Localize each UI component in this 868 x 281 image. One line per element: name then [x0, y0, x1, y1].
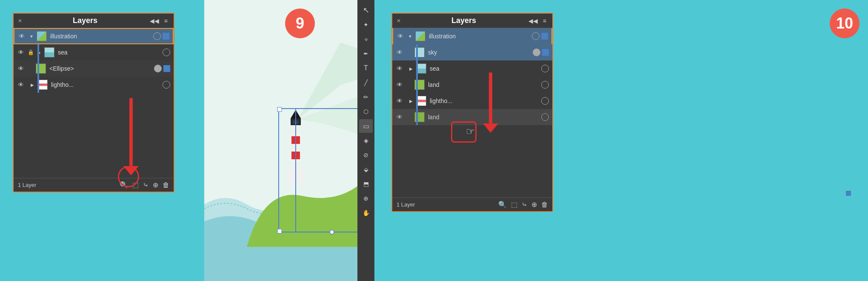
eye-icon-r-sea[interactable]: 👁 [396, 65, 403, 72]
toolbar-hand[interactable]: ✋ [359, 206, 373, 220]
layer-count-right: 1 Layer [397, 201, 415, 208]
arrow-lighthouse[interactable]: ▶ [29, 81, 36, 88]
arrow-r-illustration[interactable]: ▼ [407, 33, 414, 40]
bottom-icons-right: 🔍 ⬚ ⤷ ⊕ 🗑 [498, 201, 548, 209]
target-illustration[interactable] [153, 32, 161, 40]
target-ellipse[interactable] [154, 65, 162, 72]
layer-row-ellipse[interactable]: 👁 <Ellipse> [14, 60, 174, 77]
thumb-sea [44, 47, 54, 57]
thumb-r-illustration [415, 31, 425, 41]
color-box-r-illustration [541, 33, 548, 40]
drag-cursor-right: ☞ [466, 126, 475, 138]
target-r-illustration[interactable] [532, 32, 540, 40]
add-icon-left[interactable]: ⊕ [153, 181, 158, 189]
panel-title-left: Layers [73, 16, 97, 25]
toolbar-text[interactable]: T [359, 61, 373, 75]
target-sea[interactable] [163, 49, 170, 56]
layer-row-lighthouse[interactable]: 👁 ▶ lightho... [14, 77, 174, 93]
target-r-sky[interactable] [533, 49, 540, 56]
step-9-badge: 9 [285, 9, 315, 38]
move-icon-left[interactable]: ⤷ [143, 181, 148, 189]
illustration-svg-left [204, 0, 366, 281]
color-box-ellipse [163, 65, 170, 72]
arrow-illustration[interactable]: ▼ [28, 33, 35, 40]
thumb-illustration [37, 31, 47, 41]
toolbar-pencil[interactable]: ✏ [359, 90, 373, 104]
blue-dot-right [846, 191, 851, 196]
toolbar-brush[interactable]: ⬡ [359, 105, 373, 118]
toolbar-star[interactable]: ✦ [359, 18, 373, 32]
panel-title-bar-right: ✕ Layers ◀◀ ≡ [392, 14, 552, 28]
left-section: 9 ✕ Layers ◀◀ ≡ 👁 ▼ illustration 👁 🔒 [0, 0, 366, 281]
toolbar-eyedrop[interactable]: ⬒ [359, 177, 373, 191]
layer-name-r-illustration: illustration [429, 33, 530, 40]
eye-icon-ellipse[interactable]: 👁 [17, 65, 25, 72]
layer-row-r-land[interactable]: 👁 land [392, 77, 552, 93]
eye-icon-lighthouse[interactable]: 👁 [17, 81, 25, 89]
toolbar-scale[interactable]: ⊘ [359, 148, 373, 162]
color-box-r-sky [542, 49, 549, 56]
layer-row-r-sea[interactable]: 👁 ▶ sea [392, 60, 552, 77]
eye-icon-illustration[interactable]: 👁 [18, 32, 26, 40]
toolbar-warp[interactable]: ⬙ [359, 163, 373, 176]
toolbar-shape[interactable]: ◈ [359, 134, 373, 147]
right-section: 10 ✕ Layers ◀◀ ≡ 👁 ▼ illustration 👁 [374, 0, 868, 281]
toolbar-pen[interactable]: ✒ [359, 47, 373, 60]
toolbar-zoom[interactable]: ⊕ [359, 192, 373, 205]
layer-count-left: 1 Layer [18, 182, 36, 188]
layers-panel-right: ✕ Layers ◀◀ ≡ 👁 ▼ illustration 👁 sky [391, 13, 553, 212]
panel-title-right: Layers [451, 16, 476, 25]
toolbar-line[interactable]: ╱ [359, 76, 373, 89]
toolbar-rectangle[interactable]: ▭ [359, 119, 373, 133]
canvas-area-left [204, 0, 366, 281]
delete-icon-left[interactable]: 🗑 [163, 181, 169, 189]
red-arrow-left [123, 98, 139, 175]
page-icon-right[interactable]: ⬚ [511, 201, 517, 209]
layer-row-r-illustration[interactable]: 👁 ▼ illustration [392, 28, 552, 44]
menu-btn-right[interactable]: ≡ [541, 17, 548, 25]
eye-icon-sea[interactable]: 👁 [17, 49, 25, 56]
layer-name-sea: sea [58, 49, 161, 56]
color-box-illustration [163, 33, 169, 40]
scroll-btn-left[interactable]: ◀◀ [148, 17, 161, 25]
layer-row-sea[interactable]: 👁 🔒 ▶ sea [14, 44, 174, 60]
eye-icon-r-land[interactable]: 👁 [396, 81, 403, 89]
target-r-lighthouse[interactable] [541, 97, 549, 105]
target-lighthouse[interactable] [163, 81, 170, 89]
arrow-r-lighthouse[interactable]: ▶ [408, 97, 414, 104]
layer-row-r-lighthouse[interactable]: 👁 ▶ lightho... [392, 93, 552, 109]
panel-controls-right: ◀◀ ≡ [527, 17, 548, 25]
svg-rect-11 [277, 229, 282, 233]
eye-icon-r-lighthouse[interactable]: 👁 [396, 97, 403, 105]
target-r-land[interactable] [541, 81, 549, 89]
panel-title-bar-left: ✕ Layers ◀◀ ≡ [14, 14, 174, 28]
red-arrow-right [483, 72, 498, 133]
scroll-btn-right[interactable]: ◀◀ [527, 17, 540, 25]
layer-name-illustration: illustration [50, 33, 151, 40]
toolbar-arrow[interactable]: ↖ [359, 3, 373, 17]
panel-bottom-right: 1 Layer 🔍 ⬚ ⤷ ⊕ 🗑 [392, 198, 552, 211]
red-arrow-head-right [483, 123, 498, 133]
delete-icon-right[interactable]: 🗑 [541, 201, 548, 209]
toolbar-lasso[interactable]: ⟡ [359, 32, 373, 46]
lock-icon-sea[interactable]: 🔒 [27, 49, 34, 56]
search-icon-right[interactable]: 🔍 [498, 201, 507, 209]
close-btn-right[interactable]: ✕ [397, 18, 401, 24]
eye-icon-r-land2[interactable]: 👁 [396, 113, 403, 121]
arrow-sea[interactable]: ▶ [36, 49, 43, 56]
layer-name-lighthouse: lightho... [51, 81, 161, 88]
svg-point-14 [330, 230, 334, 234]
eye-icon-r-sky[interactable]: 👁 [396, 49, 403, 56]
panel-empty-space-left [14, 93, 174, 178]
add-icon-right[interactable]: ⊕ [531, 201, 537, 209]
target-r-sea[interactable] [541, 65, 549, 72]
arrow-r-sea[interactable]: ▶ [408, 65, 414, 72]
move-icon-right[interactable]: ⤷ [522, 201, 527, 209]
close-btn-left[interactable]: ✕ [18, 18, 22, 24]
menu-btn-left[interactable]: ≡ [163, 17, 169, 25]
eye-icon-r-illustration[interactable]: 👁 [397, 32, 404, 40]
target-r-land2[interactable] [541, 113, 549, 121]
layer-name-r-sky: sky [428, 49, 531, 56]
layer-row-r-sky[interactable]: 👁 sky [392, 44, 552, 60]
layer-row-illustration[interactable]: 👁 ▼ illustration [14, 28, 174, 44]
